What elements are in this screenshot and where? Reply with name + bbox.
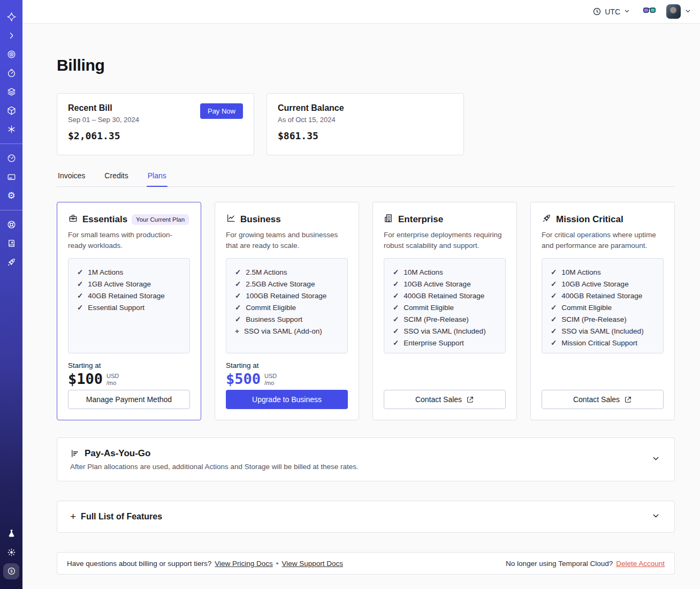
rocket-icon[interactable] (3, 254, 19, 270)
tab-plans[interactable]: Plans (147, 168, 168, 186)
chevron-down-icon[interactable] (651, 511, 660, 523)
timezone-label: UTC (605, 7, 620, 16)
plan-description: For enterprise deployments requiring rob… (384, 230, 506, 252)
recent-bill-amount: $2,061.35 (68, 130, 243, 141)
check-icon: ✓ (235, 302, 241, 314)
bar-chart-icon (70, 449, 80, 458)
plan-name: Enterprise (398, 214, 443, 225)
view-support-docs-link[interactable]: View Support Docs (281, 560, 343, 568)
check-icon: ✓ (393, 278, 399, 290)
tab-invoices[interactable]: Invoices (57, 168, 86, 186)
chevron-down-icon[interactable] (684, 7, 691, 17)
feature-list: ✓10M Actions ✓10GB Active Storage ✓400GB… (384, 258, 506, 353)
temporal-logo-icon[interactable] (3, 9, 19, 25)
delete-question: No longer using Temporal Cloud? (506, 560, 613, 568)
chevron-right-icon[interactable] (3, 28, 19, 44)
summary-row: Recent Bill Sep 01 – Sep 30, 2024 Pay No… (57, 93, 675, 155)
check-icon: ✓ (235, 290, 241, 302)
clock-icon (592, 7, 602, 16)
check-icon: ✓ (393, 314, 399, 326)
feature-item: ✓2.5M Actions (235, 267, 339, 278)
feature-item: ✓400GB Retained Storage (551, 290, 655, 302)
plan-description: For critical operations where uptime and… (542, 230, 664, 252)
tab-credits[interactable]: Credits (103, 168, 129, 186)
check-icon: ✓ (235, 278, 241, 290)
flask-icon[interactable] (3, 526, 19, 542)
timezone-selector[interactable]: UTC (592, 7, 630, 17)
check-icon: ✓ (77, 278, 83, 290)
feature-item: ✓100GB Retained Storage (235, 290, 339, 302)
sidebar-divider (0, 144, 22, 144)
feature-list: ✓10M Actions ✓10GB Active Storage ✓400GB… (542, 258, 664, 353)
feature-item: ✓2.5GB Active Storage (235, 278, 339, 290)
external-link-icon (624, 396, 632, 404)
asterisk-icon[interactable] (3, 122, 19, 138)
svg-text:$: $ (10, 569, 13, 573)
current-plan-badge: Your Current Plan (132, 214, 189, 225)
check-icon: ✓ (235, 314, 241, 326)
glasses-icon[interactable] (643, 6, 656, 17)
billing-tabs: Invoices Credits Plans (57, 168, 675, 187)
feature-item: ✓SSO via SAML (Included) (551, 326, 655, 337)
cube-icon[interactable] (3, 103, 19, 119)
recent-bill-period: Sep 01 – Sep 30, 2024 (68, 116, 139, 124)
pay-as-you-go-accordion[interactable]: Pay-As-You-Go After Plan allocations are… (57, 437, 675, 481)
feature-item: ✓SCIM (Pre-Release) (551, 314, 655, 326)
delete-account-link[interactable]: Delete Account (616, 560, 665, 568)
check-icon: ✓ (235, 267, 241, 278)
lifebuoy-icon[interactable] (3, 217, 19, 233)
billing-dollar-icon[interactable]: $ (3, 563, 19, 579)
check-icon: ✓ (77, 267, 83, 278)
feature-item: ✓10M Actions (393, 267, 497, 278)
current-balance-card: Current Balance As of Oct 15, 2024 $861.… (267, 93, 464, 155)
footer-question: Have questions about billing or support … (67, 560, 211, 568)
user-avatar[interactable] (666, 4, 681, 19)
sidebar-divider (0, 210, 22, 210)
plan-name: Business (240, 214, 281, 225)
card-icon[interactable] (3, 169, 19, 185)
check-icon: ✓ (551, 302, 557, 314)
contact-sales-button[interactable]: Contact Sales (384, 390, 506, 409)
payg-title: Pay-As-You-Go (85, 448, 150, 459)
upgrade-to-business-button[interactable]: Upgrade to Business (226, 390, 348, 409)
check-icon: ✓ (551, 267, 557, 278)
page-title: Billing (57, 56, 675, 74)
pay-now-button[interactable]: Pay Now (200, 103, 243, 119)
billing-footer: Have questions about billing or support … (57, 552, 675, 575)
chevron-down-icon[interactable] (651, 454, 660, 465)
feature-item: ✓SSO via SAML (Included) (393, 326, 497, 337)
book-icon[interactable] (3, 236, 19, 252)
check-icon: ✓ (551, 337, 557, 349)
manage-payment-method-button[interactable]: Manage Payment Method (68, 390, 190, 409)
sun-icon[interactable] (3, 545, 19, 561)
check-icon: ✓ (551, 314, 557, 326)
feature-item: ✓400GB Retained Storage (393, 290, 497, 302)
feature-item: ✓Business Support (235, 314, 339, 326)
layers-icon[interactable] (3, 84, 19, 100)
chart-line-icon (226, 213, 236, 225)
check-icon: ✓ (393, 267, 399, 278)
view-pricing-docs-link[interactable]: View Pricing Docs (215, 560, 273, 568)
feature-item: ✓SCIM (Pre-Release) (393, 314, 497, 326)
billing-page: Billing Recent Bill Sep 01 – Sep 30, 202… (22, 24, 700, 589)
plan-price: $100 (68, 371, 103, 387)
feature-item: ✓Enterprise Support (393, 337, 497, 349)
full-features-accordion[interactable]: + Full List of Features (57, 501, 675, 533)
contact-sales-button[interactable]: Contact Sales (542, 390, 664, 409)
recent-bill-card: Recent Bill Sep 01 – Sep 30, 2024 Pay No… (57, 93, 254, 155)
topbar: UTC (22, 0, 700, 24)
plan-card-mission-critical: Mission Critical For critical operations… (530, 202, 675, 420)
check-icon: ✓ (393, 337, 399, 349)
spiral-icon[interactable] (3, 47, 19, 63)
plan-price: $500 (226, 371, 261, 387)
gauge-icon[interactable] (3, 150, 19, 167)
external-link-icon (466, 396, 474, 404)
gear-icon[interactable]: ⚙ (3, 188, 19, 204)
building-icon (384, 213, 394, 225)
feature-item: ✓10M Actions (551, 267, 655, 278)
plan-card-enterprise: Enterprise For enterprise deployments re… (372, 202, 517, 420)
plan-description: For growing teams and businesses that ar… (226, 230, 348, 252)
timer-icon[interactable] (3, 65, 19, 81)
plan-name: Essentials (82, 214, 127, 225)
check-icon: ✓ (551, 326, 557, 337)
